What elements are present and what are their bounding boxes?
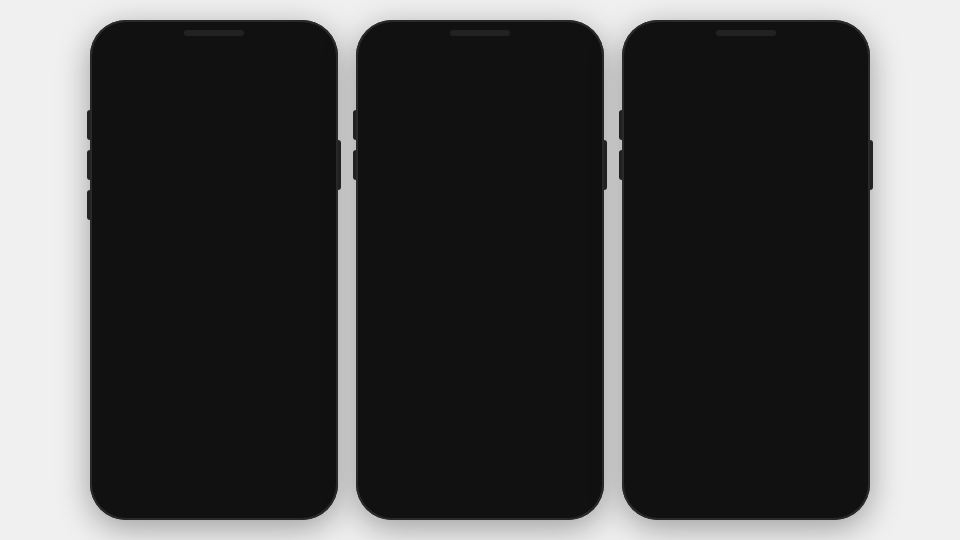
animal-ar-face (691, 75, 801, 205)
info-icon-1[interactable]: i (104, 80, 126, 102)
tab-explore-3[interactable]: 🔍 Explore (827, 458, 851, 486)
tab-record-1[interactable]: ✕ (193, 456, 225, 488)
signal-bar-4 (288, 32, 290, 42)
settings-icon-2[interactable]: ⚙ (371, 80, 393, 102)
volume-up-button-3 (619, 110, 622, 140)
music-icon-1[interactable]: 🎵 (300, 118, 324, 142)
lightning-icon-1[interactable]: ⚡ (300, 80, 324, 104)
explore-icon-1: 🔍 (297, 458, 317, 477)
lens-liberty-3[interactable]: 🗽 (709, 406, 743, 440)
tab-scan-3[interactable]: ⊙ Scan (686, 458, 702, 486)
animal-face (696, 75, 796, 175)
explore-label-1: Explore (295, 479, 319, 486)
signal-bar-3 (285, 34, 287, 42)
lens-pattern-2[interactable]: 🔲 (528, 404, 564, 440)
explore-label-3: Explore (827, 479, 851, 486)
lens-empty-2[interactable]: ○ (396, 404, 432, 440)
score-value: 00 (386, 313, 414, 324)
lens-liberty[interactable]: 🗽 (152, 404, 188, 440)
dj-btn-mic[interactable]: 🎤 (278, 319, 314, 355)
tab-explore-2[interactable]: 🔍 Explore (561, 458, 585, 486)
browse-icon-2: ⬛ (516, 458, 536, 477)
settings-icon-3[interactable]: ⚙ (833, 194, 855, 216)
browse-icon-3: ⬛ (782, 458, 802, 477)
left-side-icons-3: i (636, 80, 658, 102)
status-icons-1: ▲ (279, 32, 320, 42)
timer-icon-3[interactable]: ⏱ (832, 156, 856, 180)
tab-browse-2[interactable]: ⬛ Browse (514, 458, 537, 486)
lightning-icon-3[interactable]: ⚡ (832, 80, 856, 104)
lens-sound-2[interactable]: 🎵 (484, 404, 520, 440)
tab-create-2[interactable]: ✏️ Create (376, 458, 397, 486)
start-game-text: Start Game (451, 253, 510, 265)
tab-record-2[interactable]: ✕ (459, 456, 491, 488)
right-side-icons-1: ⚡ 🎵 ⏱ ⚙ (300, 80, 324, 216)
xfinity-sticker: xfinity (646, 345, 674, 355)
tilt-text-content: Tilt your head to get the savings and av… (380, 190, 579, 222)
shop-now-text-1: SHOP NOW (189, 380, 239, 390)
battery-icon-2 (570, 33, 586, 41)
bottom-nav-3: ✏️ Create ⊙ Scan ✕ ⬛ Browse 🔍 Explore (630, 442, 862, 510)
tab-explore-1[interactable]: 🔍 Explore (295, 458, 319, 486)
dj-btn-music[interactable]: 📊 (155, 319, 191, 355)
record-button-3[interactable]: ✕ (725, 456, 757, 488)
tab-browse-3[interactable]: ⬛ Browse (780, 458, 803, 486)
ikea-lens-text: IKEA (756, 419, 775, 428)
status-bar-2: ▲ (364, 30, 596, 44)
tab-scan-2[interactable]: ⊙ Scan (420, 458, 436, 486)
create-label-1: Create (110, 479, 131, 486)
zoom-icon-2[interactable]: + (370, 116, 394, 140)
bottom-nav-2: ✏️ Create ⊙ Scan ✕ ⬛ Browse 🔍 Explore (364, 442, 596, 510)
phone-1: ▲ 🔍 🗽 Liberty Mutual INSURANCE 👤 (90, 20, 338, 520)
lens-dj[interactable]: 🎧 (196, 404, 232, 440)
power-button-3 (870, 140, 873, 190)
dj-btn-liberty[interactable]: 🗽 (114, 319, 150, 355)
browse-label-1: Browse (248, 479, 271, 486)
tab-scan-1[interactable]: ⊙ Scan (154, 458, 170, 486)
sb3 (817, 34, 819, 42)
explore-icon-3: 🔍 (829, 458, 849, 477)
timer-icon-2[interactable]: ⏱ (566, 156, 590, 180)
scan-icon-1: ⊙ (155, 458, 168, 477)
dj-buttons-row: 🗽 📊 SAVE $652 😊 🎤 (106, 319, 322, 355)
lens-empty[interactable]: ○ (108, 404, 144, 440)
timer-icon-1[interactable]: ⏱ (300, 156, 324, 180)
lens-ikea-3[interactable]: IKEA (749, 406, 783, 440)
lens-brand-1[interactable]: 🏪 (240, 404, 276, 440)
phone-3: ▲ 🔍 🗽 Liberty Mutual INSURANCE (622, 20, 870, 520)
tab-create-1[interactable]: ✏️ Create (110, 458, 131, 486)
explore-label-2: Explore (561, 479, 585, 486)
record-button-2[interactable]: ✕ (459, 456, 491, 488)
sg-right (754, 107, 784, 123)
music-icon-3[interactable]: 🎵 (832, 118, 856, 142)
scan-icon-3: ⊙ (687, 458, 700, 477)
shop-now-btn-1[interactable]: SHOP NOW (168, 375, 260, 395)
volume-down-button (87, 150, 90, 180)
lens-guitar[interactable]: 🎸 (284, 404, 320, 440)
lightning-icon-2[interactable]: ⚡ (566, 80, 590, 104)
right-side-icons-3: ⚡ 🎵 ⏱ ⚙ (832, 80, 856, 216)
person-face (168, 167, 268, 277)
record-button-1[interactable]: ✕ (193, 456, 225, 488)
lens-liberty-2[interactable]: 🗽 (440, 404, 476, 440)
s-bar-1 (545, 38, 547, 42)
dj-btn-face[interactable]: 😊 (237, 319, 273, 355)
start-game-button[interactable]: Start Game (429, 245, 532, 273)
left-side-icons-1: i (104, 80, 126, 102)
status-icons-3: ▲ (811, 32, 852, 42)
scan-label-2: Scan (420, 479, 436, 486)
music-icon-2[interactable]: 🎵 (566, 118, 590, 142)
s-bar-2 (548, 36, 550, 42)
dj-btn-save[interactable]: SAVE $652 (196, 319, 232, 355)
sb4 (820, 32, 822, 42)
lens-empty-3[interactable]: ○ (669, 406, 703, 440)
wifi-icon-3: ▲ (825, 33, 833, 42)
explore-icon-2: 🔍 (563, 458, 583, 477)
tab-create-3[interactable]: ✏️ Create (642, 458, 663, 486)
sg-bridge (742, 113, 750, 116)
settings-icon-1[interactable]: ⚙ (301, 194, 323, 216)
tab-record-3[interactable]: ✕ (725, 456, 757, 488)
lens-smiley-3[interactable]: 😊 (789, 406, 823, 440)
info-icon-3[interactable]: i (636, 80, 658, 102)
tab-browse-1[interactable]: ⬛ Browse (248, 458, 271, 486)
